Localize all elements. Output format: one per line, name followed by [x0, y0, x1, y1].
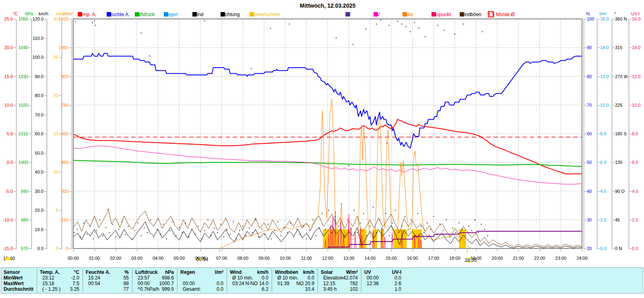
direction-dot: [336, 38, 336, 39]
direction-dot: [328, 210, 329, 211]
x-tick: [116, 249, 116, 251]
direction-dot: [99, 219, 100, 220]
direction-dot: [128, 226, 129, 227]
plot-area: [0, 0, 644, 298]
direction-dot: [227, 229, 227, 230]
direction-dot: [487, 235, 488, 236]
direction-dot: [230, 234, 231, 235]
x-tick: [222, 249, 222, 251]
direction-dot: [223, 237, 224, 238]
series-solar: [73, 99, 582, 248]
direction-dot: [74, 232, 75, 233]
row-label-durchschnitt: Durchschnitt: [4, 286, 35, 292]
direction-dot: [421, 226, 421, 227]
direction-dot: [185, 223, 186, 224]
series-luftdruck: [73, 160, 582, 166]
direction-dot: [141, 235, 142, 236]
direction-dot: [147, 232, 148, 233]
direction-dot: [115, 237, 116, 238]
direction-dot: [395, 210, 396, 211]
direction-dot: [430, 229, 431, 230]
table-separator: [272, 269, 272, 292]
direction-dot: [118, 229, 119, 230]
direction-dot: [475, 219, 475, 220]
direction-dot: [389, 25, 390, 26]
direction-dot: [465, 235, 466, 236]
direction-dot: [438, 25, 438, 26]
direction-dot: [376, 232, 377, 233]
direction-dot: [258, 237, 259, 238]
direction-dot: [449, 237, 450, 238]
col-regen-avg-value: 0.0: [180, 286, 223, 292]
col-luftdruck-max-value: 1000.7: [135, 281, 174, 286]
direction-dot: [369, 226, 370, 227]
direction-dot: [157, 229, 157, 230]
x-tick-label: 05:00: [170, 256, 188, 261]
direction-dot: [160, 234, 161, 235]
x-tick-label: 00:00: [64, 256, 82, 261]
col-solar-min-value: -42.074: [321, 275, 358, 281]
direction-dot: [166, 238, 167, 239]
x-tick: [476, 249, 477, 251]
col-windb-en-avg-value: 10.4: [275, 286, 314, 292]
direction-dot: [195, 234, 196, 235]
col-windb-en-max-value: NO 20.9: [275, 281, 314, 286]
direction-dot: [109, 232, 110, 233]
direction-dot: [242, 226, 243, 227]
direction-dot: [211, 235, 211, 236]
direction-dot: [353, 44, 353, 45]
x-tick-label: 04:00: [149, 256, 167, 261]
direction-dot: [354, 210, 355, 211]
x-tick: [328, 249, 328, 251]
stats-table: SensorMinWertMaxWertDurchschnittTemp. A.…: [1, 267, 643, 294]
direction-dot: [169, 230, 170, 231]
col-regen-max-value: 0.0: [180, 281, 223, 286]
direction-dot: [287, 232, 288, 233]
sunrise-sun-icon: ☀: [198, 257, 203, 262]
direction-dot: [338, 226, 339, 227]
x-tick: [179, 249, 180, 251]
x-tick-label: 08:00: [234, 256, 252, 261]
direction-dot: [271, 238, 272, 239]
x-tick-label: 13:00: [340, 256, 358, 261]
direction-dot: [344, 235, 345, 236]
direction-dot: [401, 226, 402, 227]
direction-dot: [150, 219, 151, 220]
direction-dot: [397, 21, 398, 22]
uv-spike: [350, 227, 352, 248]
direction-dot: [290, 223, 291, 224]
daylight-icon: [5, 257, 11, 260]
direction-dot: [233, 221, 234, 222]
direction-dot: [112, 224, 113, 225]
x-tick-label: 07:00: [213, 256, 231, 261]
direction-dot: [220, 224, 221, 225]
row-label-minwert: MinWert: [4, 275, 35, 281]
direction-dot: [217, 232, 218, 233]
direction-dot: [251, 68, 252, 69]
row-label-sensor: Sensor: [4, 269, 35, 275]
col-temp-a--max-value: 7.5: [40, 281, 79, 286]
x-tick: [349, 249, 349, 251]
direction-dot: [478, 232, 479, 233]
direction-dot: [80, 237, 81, 238]
direction-dot: [454, 34, 455, 35]
col-feuchte-a--unit: %: [86, 269, 129, 275]
col-regen-unit: l/m²: [180, 269, 223, 275]
col-feuchte-a--max-value: 88: [86, 281, 129, 286]
direction-dot: [349, 165, 349, 166]
direction-dot: [380, 20, 381, 21]
direction-dot: [198, 226, 199, 227]
direction-dot: [414, 23, 415, 23]
direction-dot: [417, 213, 418, 214]
x-tick-label: 16:00: [404, 256, 421, 261]
x-tick-label: 01:00: [86, 256, 103, 261]
table-separator: [227, 269, 227, 292]
direction-dot: [201, 238, 202, 239]
direction-dot: [443, 230, 444, 231]
direction-dot: [236, 238, 237, 239]
x-tick: [413, 249, 413, 251]
direction-dot: [239, 230, 240, 231]
direction-dot: [312, 219, 313, 220]
direction-dot: [255, 219, 256, 220]
x-tick-label: 18:00: [446, 256, 464, 261]
